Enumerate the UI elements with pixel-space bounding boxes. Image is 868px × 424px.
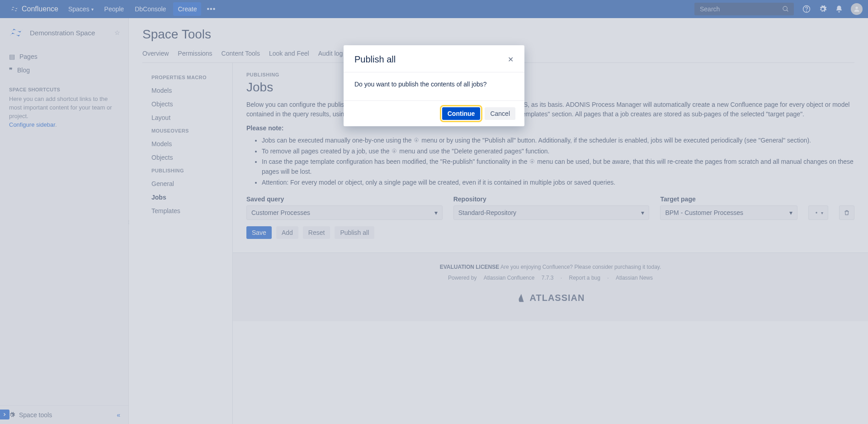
- dialog-title: Publish all: [354, 54, 396, 65]
- close-icon[interactable]: ✕: [508, 55, 514, 64]
- cancel-button[interactable]: Cancel: [485, 107, 515, 120]
- dialog-body: Do you want to publish the contents of a…: [344, 72, 524, 100]
- publish-all-dialog: Publish all ✕ Do you want to publish the…: [344, 45, 524, 126]
- continue-button[interactable]: Continue: [442, 107, 481, 120]
